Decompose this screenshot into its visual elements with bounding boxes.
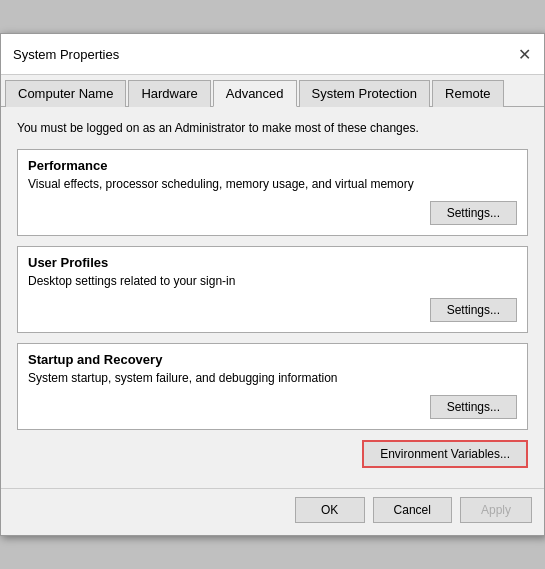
footer: OK Cancel Apply — [1, 488, 544, 535]
ok-button[interactable]: OK — [295, 497, 365, 523]
apply-button[interactable]: Apply — [460, 497, 532, 523]
user-profiles-title: User Profiles — [28, 255, 517, 270]
performance-title: Performance — [28, 158, 517, 173]
system-properties-window: System Properties ✕ Computer Name Hardwa… — [0, 33, 545, 536]
content-area: You must be logged on as an Administrato… — [1, 107, 544, 488]
startup-recovery-desc: System startup, system failure, and debu… — [28, 371, 517, 385]
tab-bar: Computer Name Hardware Advanced System P… — [1, 75, 544, 107]
user-profiles-btn-row: Settings... — [28, 298, 517, 322]
performance-desc: Visual effects, processor scheduling, me… — [28, 177, 517, 191]
close-button[interactable]: ✕ — [512, 42, 536, 66]
window-title: System Properties — [13, 47, 119, 62]
tab-remote[interactable]: Remote — [432, 80, 504, 107]
performance-btn-row: Settings... — [28, 201, 517, 225]
user-profiles-desc: Desktop settings related to your sign-in — [28, 274, 517, 288]
cancel-button[interactable]: Cancel — [373, 497, 452, 523]
performance-settings-button[interactable]: Settings... — [430, 201, 517, 225]
user-profiles-section: User Profiles Desktop settings related t… — [17, 246, 528, 333]
tab-hardware[interactable]: Hardware — [128, 80, 210, 107]
tab-computer-name[interactable]: Computer Name — [5, 80, 126, 107]
startup-recovery-btn-row: Settings... — [28, 395, 517, 419]
tab-advanced[interactable]: Advanced — [213, 80, 297, 107]
startup-recovery-section: Startup and Recovery System startup, sys… — [17, 343, 528, 430]
title-bar: System Properties ✕ — [1, 34, 544, 75]
user-profiles-settings-button[interactable]: Settings... — [430, 298, 517, 322]
admin-notice: You must be logged on as an Administrato… — [17, 121, 528, 135]
startup-recovery-settings-button[interactable]: Settings... — [430, 395, 517, 419]
startup-recovery-title: Startup and Recovery — [28, 352, 517, 367]
performance-section: Performance Visual effects, processor sc… — [17, 149, 528, 236]
tab-system-protection[interactable]: System Protection — [299, 80, 431, 107]
env-btn-row: Environment Variables... — [17, 440, 528, 468]
environment-variables-button[interactable]: Environment Variables... — [362, 440, 528, 468]
